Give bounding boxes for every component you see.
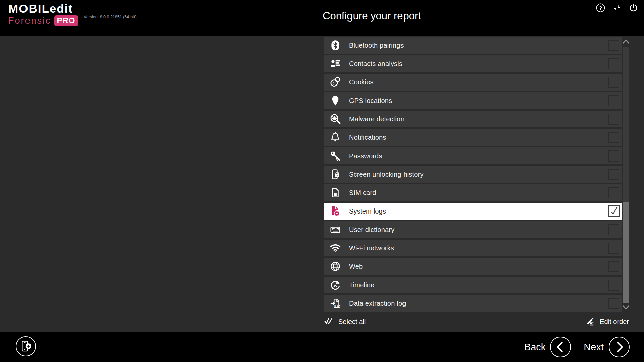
page-title: Configure your report: [323, 10, 421, 22]
back-label[interactable]: Back: [524, 342, 546, 353]
checkbox-system-logs[interactable]: [608, 205, 620, 217]
restore-window-icon[interactable]: [611, 2, 623, 13]
list-item-data-extraction-log[interactable]: LogData extraction log: [324, 295, 622, 312]
list-item-label: Screen unlocking history: [349, 171, 424, 178]
checkbox-contacts-analysis[interactable]: [608, 58, 619, 69]
navigation-buttons: Back Next: [524, 332, 630, 362]
list-item-label: Timeline: [349, 281, 374, 289]
checkbox-malware-detection[interactable]: [608, 114, 619, 125]
user-dictionary-icon: [329, 223, 342, 236]
list-item-contacts-analysis[interactable]: Contacts analysis: [324, 55, 622, 72]
list-item-label: Bluetooth pairings: [349, 42, 404, 49]
checkbox-passwords[interactable]: [608, 150, 619, 162]
checkbox-web[interactable]: [608, 261, 619, 272]
list-item-notifications[interactable]: Notifications: [324, 129, 622, 146]
checkbox-timeline[interactable]: [608, 280, 619, 291]
list-item-wi-fi-networks[interactable]: Wi-Fi networks: [324, 240, 622, 256]
edit-order-button[interactable]: Edit order: [585, 316, 629, 327]
edit-order-label: Edit order: [600, 318, 629, 326]
web-icon: [329, 260, 342, 273]
scroll-up-arrow[interactable]: [622, 37, 630, 46]
content-area: Bluetooth pairingsContacts analysisCooki…: [0, 36, 644, 332]
list-item-malware-detection[interactable]: Malware detection: [324, 111, 622, 127]
checkbox-cookies[interactable]: [608, 77, 619, 88]
checkbox-notifications[interactable]: [608, 132, 619, 143]
checkbox-user-dictionary[interactable]: [608, 224, 619, 235]
bluetooth-icon: [329, 39, 342, 52]
svg-text:Log: Log: [335, 304, 341, 308]
list-item-label: Cookies: [349, 78, 374, 86]
list-item-system-logs[interactable]: System logs: [324, 203, 622, 220]
list-item-label: Malware detection: [349, 115, 405, 123]
checkbox-gps-locations[interactable]: [608, 95, 619, 106]
version-text: Version: 8.0.0.21851 (64-bit): [84, 15, 137, 19]
list-item-label: Web: [349, 263, 363, 270]
checkbox-screen-unlocking-history[interactable]: [608, 169, 619, 180]
list-footer: Select all Edit order: [324, 313, 629, 330]
list-item-label: Data extraction log: [349, 300, 406, 307]
sim-card-icon: [329, 186, 342, 199]
header: MOBILedit Forensic PRO Version: 8.0.0.21…: [0, 0, 644, 36]
data-extraction-log-icon: Log: [329, 297, 342, 310]
checkbox-data-extraction-log[interactable]: [608, 298, 619, 309]
list-item-timeline[interactable]: Timeline: [324, 277, 622, 293]
list-item-user-dictionary[interactable]: User dictionary: [324, 221, 622, 238]
logo-pro-badge: PRO: [54, 15, 78, 26]
malware-icon: [329, 113, 342, 125]
list-item-label: Wi-Fi networks: [349, 244, 394, 252]
contacts-icon: [329, 57, 342, 70]
power-icon[interactable]: [627, 2, 639, 13]
app-logo: MOBILedit Forensic PRO: [8, 2, 78, 26]
list-item-bluetooth-pairings[interactable]: Bluetooth pairings: [324, 37, 622, 54]
gps-icon: [329, 94, 342, 107]
logo-forensic: Forensic: [8, 16, 51, 26]
scrollbar-thumb[interactable]: [623, 202, 629, 303]
chevron-right-icon: [609, 337, 629, 357]
connect-phone-button[interactable]: [16, 336, 36, 356]
header-actions: ?: [594, 2, 639, 13]
logo-mobiledit: MOBILedit: [8, 2, 78, 15]
system-logs-icon: [329, 205, 342, 218]
edit-pencil-icon: [585, 316, 595, 327]
list-item-sim-card[interactable]: SIM card: [324, 184, 622, 201]
list-item-gps-locations[interactable]: GPS locations: [324, 92, 622, 109]
list-item-label: GPS locations: [349, 97, 392, 105]
back-button[interactable]: [550, 337, 571, 357]
wifi-icon: [329, 242, 342, 254]
next-label[interactable]: Next: [584, 342, 604, 353]
cookies-icon: [329, 76, 342, 88]
list-item-web[interactable]: Web: [324, 258, 622, 275]
list-item-screen-unlocking-history[interactable]: Screen unlocking history: [324, 166, 622, 183]
checkbox-wi-fi-networks[interactable]: [608, 243, 619, 254]
timeline-icon: [329, 279, 342, 291]
report-item-list: Bluetooth pairingsContacts analysisCooki…: [324, 37, 622, 312]
notifications-icon: [329, 131, 342, 144]
list-item-cookies[interactable]: Cookies: [324, 74, 622, 90]
list-item-label: Contacts analysis: [349, 60, 402, 68]
list-item-label: Passwords: [349, 152, 382, 160]
screen-unlock-icon: [329, 168, 342, 181]
passwords-icon: [329, 149, 342, 162]
select-all-button[interactable]: Select all: [324, 316, 366, 328]
list-item-label: SIM card: [349, 189, 376, 197]
bottom-bar: Back Next: [0, 332, 644, 362]
list-item-passwords[interactable]: Passwords: [324, 147, 622, 164]
list-item-label: System logs: [349, 207, 386, 215]
phone-add-icon: [19, 340, 33, 353]
chevron-left-icon: [551, 337, 570, 357]
select-all-label: Select all: [338, 318, 366, 326]
next-button[interactable]: [609, 337, 630, 357]
checkbox-bluetooth-pairings[interactable]: [608, 40, 619, 51]
help-icon[interactable]: ?: [594, 2, 606, 13]
list-item-label: User dictionary: [349, 226, 394, 234]
svg-text:?: ?: [599, 5, 602, 10]
list-item-label: Notifications: [349, 134, 386, 141]
checkbox-sim-card[interactable]: [608, 187, 619, 198]
scroll-down-arrow[interactable]: [622, 303, 630, 312]
double-check-icon: [324, 316, 334, 328]
